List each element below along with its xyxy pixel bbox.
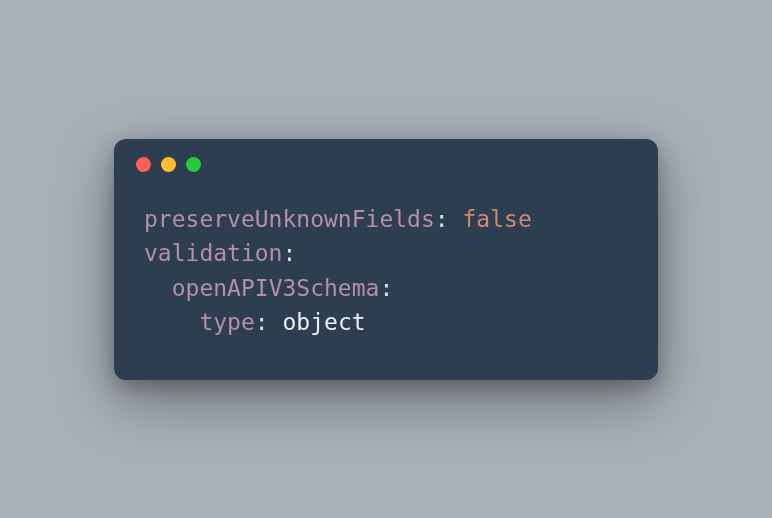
yaml-space	[449, 206, 463, 232]
code-window: preserveUnknownFields: false validation:…	[114, 139, 658, 380]
yaml-key: openAPIV3Schema	[172, 275, 380, 301]
code-line: openAPIV3Schema:	[144, 271, 628, 306]
yaml-colon: :	[435, 206, 449, 232]
yaml-key: type	[199, 309, 254, 335]
yaml-key: preserveUnknownFields	[144, 206, 435, 232]
yaml-string: object	[283, 309, 366, 335]
yaml-bool: false	[463, 206, 532, 232]
yaml-key: validation	[144, 240, 282, 266]
code-line: validation:	[144, 236, 628, 271]
yaml-colon: :	[282, 240, 296, 266]
yaml-indent	[144, 309, 199, 335]
window-titlebar	[114, 139, 658, 172]
maximize-icon[interactable]	[186, 157, 201, 172]
yaml-indent	[144, 275, 172, 301]
code-content: preserveUnknownFields: false validation:…	[114, 172, 658, 380]
yaml-colon: :	[379, 275, 393, 301]
code-line: type: object	[144, 305, 628, 340]
code-line: preserveUnknownFields: false	[144, 202, 628, 237]
close-icon[interactable]	[136, 157, 151, 172]
minimize-icon[interactable]	[161, 157, 176, 172]
yaml-space	[269, 309, 283, 335]
yaml-colon: :	[255, 309, 269, 335]
